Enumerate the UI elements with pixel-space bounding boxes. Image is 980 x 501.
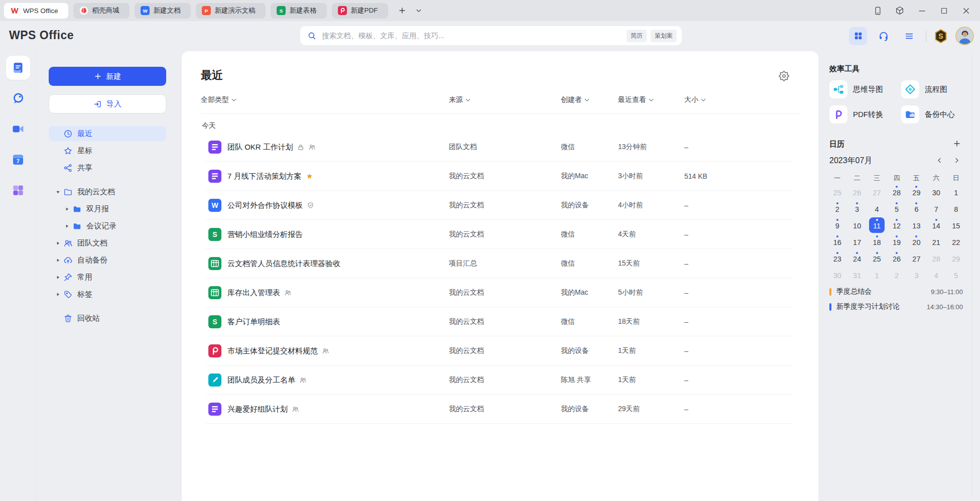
caret-right-icon[interactable] [53, 292, 63, 297]
calendar-day[interactable]: 9 [829, 217, 845, 233]
caret-right-icon[interactable] [53, 241, 63, 245]
calendar-day[interactable]: 29 [948, 250, 964, 266]
sidebar-item-starred[interactable]: 星标 [49, 143, 166, 158]
calendar-day[interactable]: 31 [849, 267, 865, 283]
calendar-day[interactable]: 20 [909, 234, 924, 249]
avatar[interactable] [955, 27, 974, 45]
filter-type[interactable]: 全部类型 [201, 95, 236, 104]
tab-new-spreadsheet[interactable]: S新建表格 [271, 3, 327, 19]
new-tab-button[interactable] [395, 4, 409, 18]
calendar-day[interactable]: 7 [928, 201, 944, 216]
calendar-day[interactable]: 25 [829, 184, 845, 200]
calendar-day[interactable]: 29 [909, 184, 924, 200]
calendar-day[interactable]: 3 [909, 267, 924, 283]
file-row[interactable]: S营销小组业绩分析报告我的云文档微信4天前– [201, 220, 799, 249]
calendar-day[interactable]: 26 [889, 250, 904, 266]
close-button[interactable] [961, 6, 971, 16]
sidebar-item-my-cloud-docs[interactable]: 我的云文档 [49, 184, 166, 199]
calendar-day[interactable]: 30 [928, 184, 944, 200]
tab-wps-office[interactable]: WPS Office [4, 3, 68, 19]
calendar-day[interactable]: 28 [889, 184, 904, 200]
search-tag[interactable]: 策划案 [651, 30, 677, 42]
mobile-view-button[interactable] [873, 6, 883, 16]
calendar-day[interactable]: 1 [869, 267, 885, 283]
filter-size[interactable]: 大小 [684, 95, 706, 104]
tab-new-pdf[interactable]: 新建PDF [332, 3, 388, 19]
workbench-button[interactable] [895, 6, 905, 16]
calendar-day[interactable]: 19 [889, 234, 904, 249]
calendar-day[interactable]: 27 [909, 250, 924, 266]
calendar-day[interactable]: 13 [909, 217, 924, 233]
tab-docer-mall[interactable]: 稻壳商城 [73, 3, 130, 19]
sidebar-item-team-docs[interactable]: 团队文档 [49, 235, 166, 250]
calendar-day[interactable]: 6 [909, 201, 924, 216]
calendar-day[interactable]: 30 [829, 267, 845, 283]
settings-gear-button[interactable] [778, 70, 789, 81]
rail-item-calendar[interactable]: 7 [6, 148, 30, 172]
file-row[interactable]: 7 月线下活动策划方案我的云文档我的Mac3小时前514 KB [201, 162, 799, 191]
calendar-day[interactable]: 2 [889, 267, 904, 283]
calendar-day[interactable]: 4 [928, 267, 944, 283]
calendar-day[interactable]: 8 [948, 201, 964, 216]
file-row[interactable]: 团队 OKR 工作计划团队文档微信13分钟前– [201, 133, 799, 162]
prev-month-button[interactable] [936, 157, 944, 165]
next-month-button[interactable] [953, 157, 961, 165]
tool-flowchart[interactable]: 流程图 [901, 80, 947, 98]
file-row[interactable]: 团队成员及分工名单我的云文档陈旭 共享1天前– [201, 365, 799, 395]
rail-item-apps[interactable] [6, 178, 30, 202]
minimize-button[interactable] [917, 6, 927, 16]
sidebar-item-recent[interactable]: 最近 [49, 126, 166, 141]
calendar-day[interactable]: 10 [849, 217, 865, 233]
rail-item-messages[interactable] [6, 86, 30, 110]
calendar-event[interactable]: 新季度学习计划讨论14:30–16:00 [829, 301, 963, 312]
calendar-day[interactable]: 5 [948, 267, 964, 283]
calendar-day[interactable]: 22 [948, 234, 964, 249]
sidebar-item-tags[interactable]: 标签 [49, 287, 166, 302]
calendar-day[interactable]: 16 [829, 234, 845, 249]
search-input[interactable] [322, 32, 622, 40]
import-button[interactable]: 导入 [49, 94, 166, 113]
file-row[interactable]: 库存出入管理表我的云文档我的Mac5小时前– [201, 278, 799, 307]
maximize-button[interactable] [939, 6, 949, 16]
calendar-day[interactable]: 5 [889, 201, 904, 216]
file-row[interactable]: 市场主体登记提交材料规范我的云文档我的设备1天前– [201, 336, 799, 365]
calendar-day[interactable]: 1 [948, 184, 964, 200]
calendar-day[interactable]: 18 [869, 234, 885, 249]
sidebar-item-frequent[interactable]: 常用 [49, 270, 166, 285]
rail-item-meetings[interactable] [6, 117, 30, 141]
caret-down-icon[interactable] [53, 190, 63, 194]
calendar-day[interactable]: 24 [849, 250, 865, 266]
tool-backup-center[interactable]: 备份中心 [901, 105, 955, 123]
support-button[interactable] [875, 27, 893, 45]
sidebar-item-meeting-notes[interactable]: 会议记录 [58, 218, 166, 233]
file-row[interactable]: S客户订单明细表我的云文档微信18天前– [201, 307, 799, 336]
calendar-day[interactable]: 25 [869, 250, 885, 266]
calendar-day[interactable]: 26 [849, 184, 865, 200]
rail-item-documents[interactable] [6, 56, 30, 80]
svip-badge[interactable]: S [934, 29, 948, 44]
calendar-day[interactable]: 12 [889, 217, 904, 233]
filter-creator[interactable]: 创建者 [561, 95, 589, 104]
tab-list-dropdown[interactable] [413, 4, 424, 18]
filter-last-viewed[interactable]: 最近查看 [618, 95, 654, 104]
caret-right-icon[interactable] [62, 207, 72, 211]
tab-new-presentation[interactable]: P新建演示文稿 [196, 3, 266, 19]
calendar-day[interactable]: 4 [869, 201, 885, 216]
calendar-day[interactable]: 21 [928, 234, 944, 249]
add-event-button[interactable] [952, 139, 962, 149]
calendar-day[interactable]: 2 [829, 201, 845, 216]
calendar-day[interactable]: 27 [869, 184, 885, 200]
tool-pdf-convert[interactable]: PDF转换 [829, 105, 883, 123]
search-tag[interactable]: 简历 [627, 30, 647, 42]
file-row[interactable]: 云文档管人员信息统计表理器验收项目汇总微信15天前– [201, 249, 799, 278]
search-bar[interactable]: 简历策划案 [300, 26, 682, 45]
sidebar-item-recycle-bin[interactable]: 回收站 [49, 311, 166, 326]
calendar-day[interactable]: 23 [829, 250, 845, 266]
calendar-day[interactable]: 15 [948, 217, 964, 233]
file-row[interactable]: 兴趣爱好组队计划我的云文档我的设备29天前– [201, 395, 799, 424]
calendar-day[interactable]: 14 [928, 217, 944, 233]
caret-right-icon[interactable] [53, 258, 63, 263]
global-menu-button[interactable] [900, 27, 918, 45]
sidebar-item-auto-backup[interactable]: 自动备份 [49, 253, 166, 268]
file-row[interactable]: W公司对外合作协议模板我的云文档我的设备4小时前– [201, 191, 799, 220]
